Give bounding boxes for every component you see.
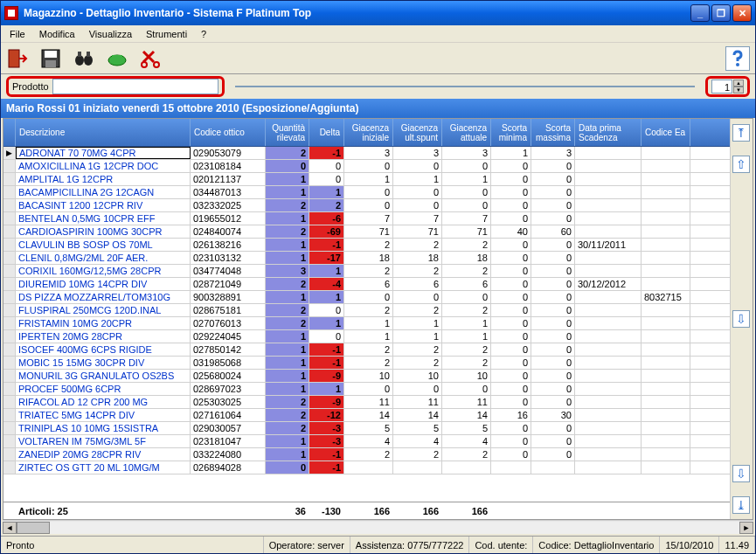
scissors-icon[interactable]: [139, 47, 162, 70]
status-user-code: Cod. utente:: [469, 537, 533, 553]
count-box: 1 ▲▼: [705, 76, 750, 97]
col-delta[interactable]: Delta: [309, 119, 344, 146]
help-icon[interactable]: [725, 46, 750, 71]
table-row[interactable]: FRISTAMIN 10MG 20CPR0270760132111100: [3, 317, 730, 330]
col-gini[interactable]: Giacenza iniziale: [344, 119, 393, 146]
col-gus[interactable]: Giacenza ult.spunt: [393, 119, 442, 146]
svg-rect-3: [45, 51, 57, 58]
table-row[interactable]: AMPLITAL 1G 12CPR0201211371011100: [3, 173, 730, 186]
footer-qr: 36: [266, 502, 309, 519]
device-icon[interactable]: [106, 47, 128, 70]
table-row[interactable]: CARDIOASPIRIN 100MG 30CPR0248400742-6971…: [3, 225, 730, 239]
table-row[interactable]: BACASINT 1200 12CPR RIV0323320252200000: [3, 199, 730, 212]
app-window: Magazzino - Dettaglio Inventario - Siste…: [0, 0, 756, 554]
status-ready: Pronto: [1, 537, 264, 553]
col-smax[interactable]: Scorta massima: [531, 119, 575, 146]
footer-gatt: 166: [442, 502, 491, 519]
window-title: Magazzino - Dettaglio Inventario - Siste…: [24, 7, 690, 19]
svg-rect-10: [112, 55, 122, 60]
close-button[interactable]: ✕: [732, 4, 752, 22]
binoculars-icon[interactable]: [73, 47, 95, 70]
side-nav-buttons: ⤒ ⇧ ⇩ ⇩ ⤓: [730, 119, 753, 519]
product-search-box: Prodotto: [6, 76, 225, 97]
search-row: Prodotto 1 ▲▼: [1, 74, 755, 99]
scroll-right-icon[interactable]: ►: [739, 522, 753, 534]
status-operator: Operatore: server: [264, 537, 350, 553]
table-row[interactable]: VOLTAREN IM 75MG/3ML 5F0231810471-344400: [3, 435, 730, 448]
table-row[interactable]: ZANEDIP 20MG 28CPR RIV0332240801-122200: [3, 448, 730, 461]
table-row[interactable]: TRIATEC 5MG 14CPR DIV0271610642-12141414…: [3, 409, 730, 422]
menu-strumenti[interactable]: Strumenti: [141, 27, 192, 41]
count-spinner[interactable]: ▲▼: [733, 80, 744, 93]
table-row[interactable]: IPERTEN 20MG 28CPR0292240451011100: [3, 330, 730, 343]
footer-delta: -130: [309, 502, 344, 519]
product-label: Prodotto: [12, 81, 49, 92]
svg-point-13: [736, 63, 739, 66]
grid-footer: Articoli: 25 36 -130 166 166 166: [3, 502, 730, 519]
footer-label: Articoli: 25: [16, 502, 191, 519]
save-icon[interactable]: [39, 47, 62, 70]
count-value[interactable]: 1: [711, 80, 732, 93]
toolbar: [1, 43, 755, 74]
nav-top-icon[interactable]: ⤒: [732, 124, 750, 142]
svg-rect-7: [78, 52, 81, 57]
menu-visualizza[interactable]: Visualizza: [84, 27, 137, 41]
table-row[interactable]: PROCEF 500MG 6CPR0286970231100000: [3, 383, 730, 396]
maximize-button[interactable]: ❐: [711, 4, 731, 22]
horizontal-scrollbar[interactable]: ◄ ►: [3, 520, 753, 534]
table-row[interactable]: AMOXICILLINA 1G 12CPR DOC023108184000000…: [3, 160, 730, 173]
footer-gini: 166: [344, 502, 393, 519]
menubar: File Modifica Visualizza Strumenti ?: [1, 25, 755, 43]
scroll-left-icon[interactable]: ◄: [3, 522, 17, 534]
col-smin[interactable]: Scorta minima: [491, 119, 531, 146]
menu-modifica[interactable]: Modifica: [34, 27, 80, 41]
grid-header: Descrizione Codice ottico Quantità rilev…: [3, 119, 730, 147]
footer-gus: 166: [393, 502, 442, 519]
app-icon: [4, 6, 18, 20]
inventory-header-bar: Mario Rossi 01 iniziato venerdì 15 ottob…: [1, 99, 755, 118]
svg-point-11: [142, 62, 147, 67]
table-row[interactable]: ZIRTEC OS GTT 20 ML 10MG/M0268940280-1: [3, 461, 730, 474]
col-gatt[interactable]: Giacenza attuale: [442, 119, 491, 146]
table-row[interactable]: DIUREMID 10MG 14CPR DIV0287210492-466600…: [3, 278, 730, 291]
svg-rect-0: [8, 10, 15, 17]
nav-bottom-icon[interactable]: ⤓: [732, 496, 750, 514]
table-row[interactable]: BACAMPICILLINA 2G 12CAGN0344870131100000: [3, 186, 730, 199]
titlebar: Magazzino - Dettaglio Inventario - Siste…: [1, 1, 755, 25]
minimize-button[interactable]: _: [690, 4, 710, 22]
table-row[interactable]: ISOCEF 400MG 6CPS RIGIDE0278501421-12220…: [3, 343, 730, 357]
table-row[interactable]: CLAVULIN BB SOSP OS 70ML0261382161-12220…: [3, 239, 730, 252]
col-dps[interactable]: Data prima Scadenza: [575, 119, 642, 146]
grid: Descrizione Codice ottico Quantità rilev…: [3, 118, 753, 520]
statusbar: Pronto Operatore: server Assistenza: 077…: [1, 536, 755, 553]
table-row[interactable]: ▶ADRONAT 70 70MG 4CPR0290530792-133313: [3, 147, 730, 160]
table-row[interactable]: MONURIL 3G GRANULATO OS2BS0256800241-910…: [3, 370, 730, 383]
table-row[interactable]: CORIXIL 160MG/12,5MG 28CPR03477404831222…: [3, 265, 730, 278]
table-row[interactable]: MOBIC 15 15MG 30CPR DIV0319850681-122200: [3, 357, 730, 370]
table-row[interactable]: FLUSPIRAL 250MCG 120D.INAL02867518120222…: [3, 304, 730, 317]
nav-up-icon[interactable]: ⇧: [732, 156, 750, 173]
col-qr[interactable]: Quantità rilevata: [266, 119, 309, 146]
col-cean[interactable]: Codice Ea: [642, 119, 690, 146]
menu-help[interactable]: ?: [196, 27, 212, 41]
status-code: Codice: DettaglioInventario: [533, 537, 660, 553]
col-cod[interactable]: Codice ottico: [191, 119, 266, 146]
col-desc[interactable]: Descrizione: [16, 119, 191, 146]
product-input[interactable]: [52, 79, 218, 94]
scroll-thumb[interactable]: [17, 522, 50, 534]
menu-file[interactable]: File: [4, 27, 31, 41]
table-row[interactable]: TRINIPLAS 10 10MG 15SISTRA0290300572-355…: [3, 422, 730, 435]
svg-rect-8: [87, 52, 90, 57]
table-row[interactable]: CLENIL 0,8MG/2ML 20F AER.0231031321-1718…: [3, 252, 730, 265]
table-row[interactable]: BENTELAN 0,5MG 10CPR EFF0196550121-67770…: [3, 212, 730, 225]
status-time: 11.49: [719, 537, 755, 553]
nav-down-middle-icon[interactable]: ⇩: [732, 310, 750, 328]
nav-down-icon[interactable]: ⇩: [732, 465, 750, 482]
status-assistance: Assistenza: 0775/777222: [350, 537, 470, 553]
table-row[interactable]: DS PIZZA MOZZARREL/TOM310G90032889111000…: [3, 291, 730, 304]
exit-icon[interactable]: [6, 47, 29, 70]
svg-point-12: [154, 62, 159, 67]
svg-rect-1: [9, 50, 19, 67]
status-date: 15/10/2010: [660, 537, 719, 553]
table-row[interactable]: RIFACOL AD 12 CPR 200 MG0253030252-91111…: [3, 396, 730, 409]
